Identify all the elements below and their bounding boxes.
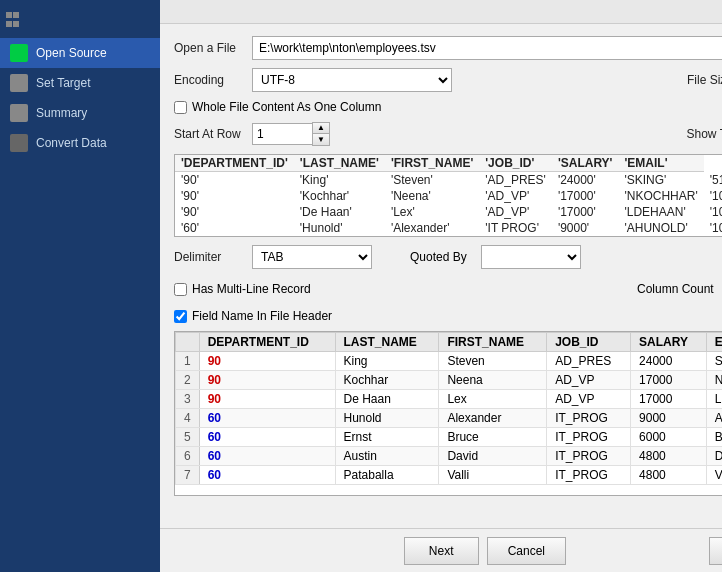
delimiter-select[interactable]: TAB <box>252 245 372 269</box>
cell-email: AHUNOL <box>706 409 722 428</box>
start-row-wrap: ▲ ▼ <box>252 122 330 146</box>
multiline-label: Has Multi-Line Record <box>192 282 311 296</box>
cell-email: BERNST <box>706 428 722 447</box>
encoding-label: Encoding <box>174 73 244 87</box>
cell-job: IT_PROG <box>547 409 631 428</box>
help-button[interactable]: ? Help <box>709 537 722 565</box>
col-header-email: EMAIL <box>706 333 722 352</box>
file-size-label: File Size: 10.150 KB <box>687 73 722 87</box>
cell-first: Bruce <box>439 428 547 447</box>
main-panel: – □ ✕ Open a File Encoding UTF-8 File Si… <box>160 0 722 572</box>
cell-job: AD_VP <box>547 371 631 390</box>
table-row: 460HunoldAlexanderIT_PROG9000AHUNOL <box>176 409 723 428</box>
cell-email: DAUSTIN <box>706 447 722 466</box>
cell-last: Kochhar <box>335 371 439 390</box>
open-file-row: Open a File <box>174 36 722 60</box>
row-number: 7 <box>176 466 200 485</box>
row-number: 4 <box>176 409 200 428</box>
cell-last: Austin <box>335 447 439 466</box>
sidebar-item-convert-data[interactable]: Convert Data <box>0 128 160 158</box>
preview-table: 'DEPARTMENT_ID''LAST_NAME''FIRST_NAME''J… <box>175 155 722 236</box>
sidebar-item-set-target[interactable]: Set Target <box>0 68 160 98</box>
data-table: DEPARTMENT_IDLAST_NAMEFIRST_NAMEJOB_IDSA… <box>175 332 722 485</box>
cell-last: King <box>335 352 439 371</box>
col-header-job_id: JOB_ID <box>547 333 631 352</box>
multiline-colcount-row: Has Multi-Line Record Column Count ▲ ▼ <box>174 277 722 301</box>
set-target-indicator <box>10 74 28 92</box>
whole-file-checkbox[interactable] <box>174 101 187 114</box>
start-row-up[interactable]: ▲ <box>313 123 329 134</box>
cell-dept: 60 <box>199 466 335 485</box>
delimiter-row: Delimiter TAB Quoted By <box>174 245 722 269</box>
sidebar-item-label: Summary <box>36 106 87 120</box>
table-row: 190KingStevenAD_PRES24000SKING <box>176 352 723 371</box>
multiline-checkbox[interactable] <box>174 283 187 296</box>
sidebar-item-label: Convert Data <box>36 136 107 150</box>
footer-right: ? Help <box>566 537 722 565</box>
field-name-checkbox[interactable] <box>174 310 187 323</box>
cell-dept: 90 <box>199 390 335 409</box>
cell-salary: 6000 <box>631 428 707 447</box>
cell-email: VPATABAL <box>706 466 722 485</box>
sidebar-item-summary[interactable]: Summary <box>0 98 160 128</box>
cell-job: AD_PRES <box>547 352 631 371</box>
cell-first: Valli <box>439 466 547 485</box>
col-count-label: Column Count <box>637 282 714 296</box>
next-button[interactable]: Next <box>404 537 479 565</box>
table-row: 390De HaanLexAD_VP17000LDEHAAN <box>176 390 723 409</box>
multiline-row: Has Multi-Line Record <box>174 282 311 296</box>
cancel-button[interactable]: Cancel <box>487 537 566 565</box>
row-number: 3 <box>176 390 200 409</box>
cell-last: Hunold <box>335 409 439 428</box>
sidebar-item-label: Set Target <box>36 76 90 90</box>
col-header-last_name: LAST_NAME <box>335 333 439 352</box>
grid-icon <box>6 12 22 28</box>
cell-first: Lex <box>439 390 547 409</box>
row-number: 6 <box>176 447 200 466</box>
table-row: 560ErnstBruceIT_PROG6000BERNST <box>176 428 723 447</box>
data-table-wrap[interactable]: DEPARTMENT_IDLAST_NAMEFIRST_NAMEJOB_IDSA… <box>174 331 722 496</box>
start-row-input[interactable] <box>252 123 312 145</box>
encoding-select[interactable]: UTF-8 <box>252 68 452 92</box>
col-header-first_name: FIRST_NAME <box>439 333 547 352</box>
cell-job: IT_PROG <box>547 447 631 466</box>
delimiter-label: Delimiter <box>174 250 244 264</box>
whole-file-row: Whole File Content As One Column <box>174 100 722 114</box>
sidebar-title-bar <box>0 8 160 32</box>
quoted-by-select[interactable] <box>481 245 581 269</box>
start-row-label: Start At Row <box>174 127 244 141</box>
cell-first: Alexander <box>439 409 547 428</box>
table-row: 290KochharNeenaAD_VP17000NKOCHH <box>176 371 723 390</box>
table-row: 760PataballaValliIT_PROG4800VPATABAL <box>176 466 723 485</box>
cell-email: SKING <box>706 352 722 371</box>
cell-salary: 24000 <box>631 352 707 371</box>
cell-salary: 4800 <box>631 447 707 466</box>
table-row: 660AustinDavidIT_PROG4800DAUSTIN <box>176 447 723 466</box>
show-top-label: Show Top 100 Rows <box>687 127 722 141</box>
cell-salary: 17000 <box>631 371 707 390</box>
file-path-input[interactable] <box>252 36 722 60</box>
sidebar: Open Source Set Target Summary Convert D… <box>0 0 160 572</box>
cell-dept: 60 <box>199 409 335 428</box>
row-number: 2 <box>176 371 200 390</box>
field-name-row: Field Name In File Header <box>174 309 722 323</box>
sidebar-item-open-source[interactable]: Open Source <box>0 38 160 68</box>
cell-last: Pataballa <box>335 466 439 485</box>
whole-file-label: Whole File Content As One Column <box>192 100 381 114</box>
encoding-row: Encoding UTF-8 File Size: 10.150 KB <box>174 68 722 92</box>
cell-job: IT_PROG <box>547 428 631 447</box>
titlebar: – □ ✕ <box>160 0 722 24</box>
cell-email: LDEHAAN <box>706 390 722 409</box>
cell-job: AD_VP <box>547 390 631 409</box>
convert-indicator <box>10 134 28 152</box>
row-num-header <box>176 333 200 352</box>
preview-wrap[interactable]: 'DEPARTMENT_ID''LAST_NAME''FIRST_NAME''J… <box>174 154 722 237</box>
start-row-down[interactable]: ▼ <box>313 134 329 145</box>
cell-salary: 4800 <box>631 466 707 485</box>
col-header-salary: SALARY <box>631 333 707 352</box>
field-name-label: Field Name In File Header <box>192 309 332 323</box>
cell-first: Steven <box>439 352 547 371</box>
footer: Next Cancel ? Help <box>160 528 722 572</box>
row-number: 1 <box>176 352 200 371</box>
content-area: Open a File Encoding UTF-8 File Size: 10… <box>160 24 722 528</box>
